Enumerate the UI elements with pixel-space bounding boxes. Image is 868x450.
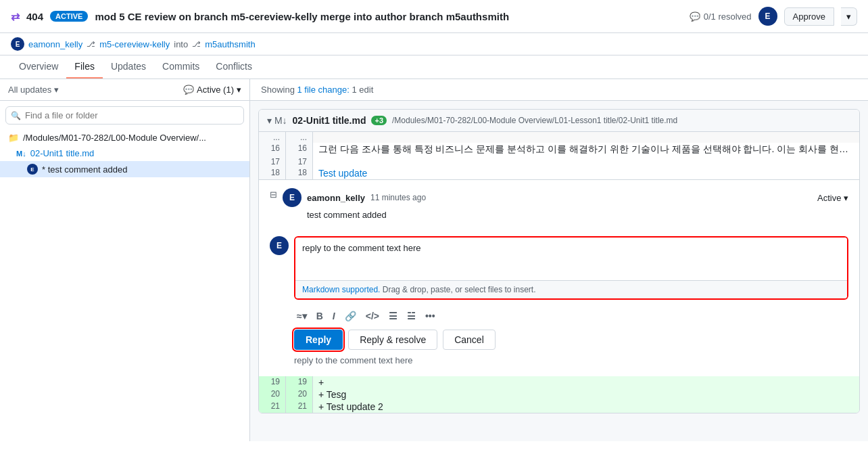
sub-header: E eamonn_kelly ⎇ m5-cereview-kelly into … <box>0 33 868 55</box>
line-num-20-right: 20 <box>286 388 313 401</box>
tab-commits[interactable]: Commits <box>154 55 208 78</box>
into-text: into <box>174 39 188 49</box>
file-name-sidebar: 02-Unit1 title.md <box>30 148 95 158</box>
preview-text: reply to the comment text here <box>294 353 848 368</box>
format-list-button[interactable]: ☰ <box>386 309 400 323</box>
tab-overview[interactable]: Overview <box>11 55 66 78</box>
content-area: Showing 1 file change: 1 edit ▾ M↓ 02-Un… <box>250 79 868 441</box>
tab-files[interactable]: Files <box>66 55 103 78</box>
active-chevron-icon: ▾ <box>237 85 241 95</box>
collapse-icon[interactable]: ▾ M↓ <box>267 115 287 126</box>
reply-avatar: E <box>270 236 289 255</box>
sidebar-folder-item[interactable]: 📁 /Modules/M01-70-282/L00-Module Overvie… <box>0 130 249 145</box>
comment-user-avatar: E <box>283 188 302 207</box>
line-num-left-18: 18 <box>259 167 286 179</box>
diff-line-17: 17 17 <box>259 156 859 167</box>
approve-dropdown-button[interactable]: ▾ <box>841 7 857 26</box>
reply-button[interactable]: Reply <box>294 330 343 350</box>
markdown-label: Markdown supported. <box>302 285 380 294</box>
line-num-right-17: 17 <box>286 156 313 167</box>
search-box: 🔍 <box>5 106 244 125</box>
comment-small-icon: 💬 <box>183 85 194 95</box>
added-badge: +3 <box>371 116 387 125</box>
comment-collapse-icon[interactable]: ⊟ <box>270 189 277 200</box>
sidebar-comment-item[interactable]: E * test comment added <box>0 161 249 177</box>
format-italic-button[interactable]: I <box>330 309 338 323</box>
added-diff-lines: 19 19 + 20 20 + Tesg 21 21 + Test update… <box>259 376 859 413</box>
line-num-21-left: 21 <box>259 401 286 413</box>
diff-line-18: 18 18 Test update <box>259 167 859 179</box>
author-link[interactable]: eamonn_kelly <box>28 39 82 49</box>
pr-icon: ⇄ <box>11 10 20 23</box>
comment-body: test comment added <box>307 210 848 220</box>
comment-icon: 💬 <box>690 12 700 22</box>
top-header: ⇄ 404 ACTIVE mod 5 CE review on branch m… <box>0 0 868 33</box>
status-chevron-icon: ▾ <box>844 193 848 203</box>
comment-status[interactable]: Active ▾ <box>817 193 848 203</box>
line-num-left-16: 16 <box>259 143 286 156</box>
reply-area: E reply to the comment text here Markdow… <box>270 236 848 305</box>
reply-textarea[interactable]: reply to the comment text here <box>295 238 847 278</box>
branch-to-link[interactable]: m5authsmith <box>205 39 255 49</box>
diff-line-20: 20 20 + Tesg <box>259 388 859 401</box>
file-path: /Modules/M01-70-282/L00-Module Overview/… <box>392 116 677 125</box>
format-style-button[interactable]: ≈▾ <box>294 309 310 323</box>
format-more-button[interactable]: ••• <box>423 309 438 323</box>
comment-collapse-row: ⊟ E eamonn_kelly 11 minutes ago Active ▾… <box>270 188 848 228</box>
line-num-right-18: 18 <box>286 167 313 179</box>
diff-line-19: 19 19 + <box>259 376 859 388</box>
branch-from-link[interactable]: m5-cereview-kelly <box>99 39 170 49</box>
approve-button[interactable]: Approve <box>784 7 834 26</box>
comment-thread: ⊟ E eamonn_kelly 11 minutes ago Active ▾… <box>259 179 859 376</box>
format-toolbar: ≈▾ B I 🔗 </> ☰ ☱ ••• <box>294 305 848 327</box>
pr-number: 404 <box>26 11 43 22</box>
sidebar-comment-avatar: E <box>27 164 38 175</box>
line-num-right-16: 16 <box>286 143 313 156</box>
resolved-indicator: 💬 0/1 resolved <box>690 12 752 22</box>
folder-icon: 📁 <box>8 133 19 143</box>
tab-updates[interactable]: Updates <box>103 55 154 78</box>
reply-footer: Markdown supported. Drag & drop, paste, … <box>295 280 847 298</box>
reply-box-container: reply to the comment text here Markdown … <box>294 236 848 300</box>
line-content-20: + Tesg <box>313 388 859 401</box>
line-num-left-hunk: ... <box>259 132 286 143</box>
sidebar-comment-text: * test comment added <box>42 164 127 175</box>
reply-resolve-button[interactable]: Reply & resolve <box>348 330 437 350</box>
header-avatar: E <box>758 7 777 26</box>
diff-line-16: 16 16 그런 다음 조사를 통해 특정 비즈니스 문제를 분석하고 이를 해… <box>259 143 859 156</box>
active-label: Active (1) <box>197 85 234 95</box>
nav-tabs: Overview Files Updates Commits Conflicts <box>0 55 868 79</box>
tab-conflicts[interactable]: Conflicts <box>208 55 260 78</box>
line-content-17 <box>313 156 859 167</box>
format-bullets-button[interactable]: ☱ <box>404 309 418 323</box>
format-link-button[interactable]: 🔗 <box>342 309 359 323</box>
file-header: ▾ M↓ 02-Unit1 title.md +3 /Modules/M01-7… <box>259 110 859 132</box>
cancel-button[interactable]: Cancel <box>443 330 496 350</box>
sidebar-toolbar: All updates ▾ 💬 Active (1) ▾ <box>0 79 249 101</box>
line-num-19-right: 19 <box>286 376 313 388</box>
line-num-left-17: 17 <box>259 156 286 167</box>
diff-line-hunk: ... ... <box>259 132 859 143</box>
sidebar-filter[interactable]: All updates ▾ <box>8 85 59 95</box>
resolved-text: 0/1 resolved <box>704 12 752 22</box>
comment-username: eamonn_kelly <box>307 193 365 203</box>
line-num-21-right: 21 <box>286 401 313 413</box>
filter-label: All updates <box>8 85 51 95</box>
branch-icon-left: ⎇ <box>87 40 95 49</box>
sub-avatar: E <box>11 37 24 51</box>
sidebar-file-item[interactable]: M↓ 02-Unit1 title.md <box>0 145 249 161</box>
format-code-button[interactable]: </> <box>363 309 382 323</box>
edit-count: 1 edit <box>352 85 373 95</box>
toolbar-row: ≈▾ B I 🔗 </> ☰ ☱ ••• Reply Reply & resol… <box>294 305 848 353</box>
file-change-count[interactable]: 1 file change: <box>297 85 349 95</box>
folder-path: /Modules/M01-70-282/L00-Module Overview/… <box>23 133 206 143</box>
diff-area: ... ... 16 16 그런 다음 조사를 통해 특정 비즈니스 문제를 분… <box>259 132 859 179</box>
line-num-right-hunk: ... <box>286 132 313 143</box>
line-content-18: Test update <box>313 167 859 179</box>
file-name-content: 02-Unit1 title.md <box>293 115 366 126</box>
search-input[interactable] <box>5 106 244 125</box>
action-buttons: Reply Reply & resolve Cancel <box>294 327 848 353</box>
format-bold-button[interactable]: B <box>314 309 326 323</box>
sidebar-active-filter[interactable]: 💬 Active (1) ▾ <box>183 85 241 95</box>
modified-icon: M↓ <box>16 150 26 158</box>
